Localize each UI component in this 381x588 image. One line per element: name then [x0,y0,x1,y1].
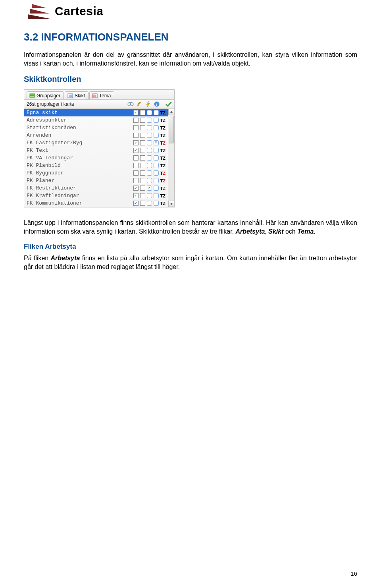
layer-list: Egna skiktTZAdresspunkterTZStatistikområ… [24,109,168,207]
layer-checkbox[interactable] [133,163,139,168]
layer-checkbox[interactable] [147,186,152,191]
layer-checkbox[interactable] [133,178,139,183]
layer-checkbox[interactable] [133,201,139,206]
layer-checkbox[interactable] [147,133,152,138]
scroll-thumb[interactable] [169,116,174,143]
layer-checkbox[interactable] [133,148,139,153]
layer-checkbox[interactable] [147,125,152,130]
layer-checkbox[interactable] [147,163,152,168]
layer-checkbox[interactable] [140,140,145,145]
layer-checkbox[interactable] [147,110,152,115]
svg-text:i: i [156,102,158,106]
layer-row[interactable]: FK Fastigheter/BygTZ [24,139,168,147]
layer-checkbox[interactable] [140,178,145,183]
layer-row[interactable]: PK ByggnaderTZ [24,169,168,177]
layer-checkbox[interactable] [147,140,152,145]
layer-row[interactable]: FK RestriktionerTZ [24,184,168,192]
subheading-skiktkontrollen: Skiktkontrollen [24,75,357,84]
layer-row[interactable]: FK KraftledningarTZ [24,192,168,199]
layer-row[interactable]: AdresspunkterTZ [24,116,168,124]
layer-row[interactable]: StatistikområdenTZ [24,124,168,132]
layer-checkbox[interactable] [147,118,152,123]
logo: Cartesia [24,0,357,19]
layer-checkbox[interactable] [147,170,152,176]
scroll-down-button[interactable] [168,201,174,207]
layer-checkbox[interactable] [154,201,159,206]
layer-row[interactable]: Egna skiktTZ [24,109,168,116]
svg-rect-16 [138,102,141,105]
layer-checkbox[interactable] [133,193,139,198]
layer-checkbox[interactable] [140,155,145,161]
tz-indicator: TZ [160,193,165,198]
layer-name: Egna skikt [27,110,132,116]
layer-checkbox[interactable] [140,186,145,191]
layer-checkbox[interactable] [154,133,159,138]
info-icon[interactable]: i [154,101,160,107]
layer-checkbox[interactable] [133,118,139,123]
pencil-icon[interactable] [136,101,142,107]
layer-checkbox[interactable] [140,133,145,138]
layer-checkbox[interactable] [154,178,159,183]
layer-checkbox[interactable] [140,148,145,153]
layer-row[interactable]: FK KommunikationerTZ [24,199,168,207]
layer-checkbox[interactable] [133,155,139,161]
layer-row[interactable]: FK TextTZ [24,147,168,154]
layer-checkbox[interactable] [147,155,152,161]
tab-tema[interactable]: Tema [89,91,114,99]
layer-row[interactable]: PK PlanerTZ [24,177,168,184]
checkmark-icon[interactable] [165,101,172,107]
layer-checkbox[interactable] [147,148,152,153]
layer-checkbox[interactable] [154,170,159,176]
layer-checkbox[interactable] [154,148,159,153]
tz-indicator: TZ [160,141,165,145]
layer-checkbox[interactable] [154,140,159,145]
skiktkontrollen-paragraph: Längst upp i informationspanelen finns s… [24,219,357,236]
tz-indicator: TZ [160,186,165,191]
subheading-fliken-arbetsyta: Fliken Arbetsyta [24,243,357,251]
scroll-up-button[interactable] [168,109,174,115]
layer-name: Arrenden [27,132,132,138]
layer-checkbox[interactable] [133,186,139,191]
layer-checkbox[interactable] [140,201,145,206]
layer-checkbox[interactable] [133,125,139,130]
tab-label: Grupplager [37,93,60,99]
layer-checkbox[interactable] [154,118,159,123]
tz-indicator: TZ [160,133,165,138]
list-red-icon [92,93,98,98]
layer-row[interactable]: PK PlanbildTZ [24,162,168,169]
layer-checkbox[interactable] [133,110,139,115]
layer-checkbox[interactable] [154,125,159,130]
section-heading: 3.2 INFORMATIONSPANELEN [24,31,357,43]
layer-checkbox[interactable] [147,193,152,198]
layer-checkbox[interactable] [140,193,145,198]
tab-skikt[interactable]: Skikt [65,91,89,99]
layer-checkbox[interactable] [154,193,159,198]
layer-checkbox[interactable] [154,186,159,191]
layer-row[interactable]: ArrendenTZ [24,132,168,139]
layer-name: PK Byggnader [27,170,132,176]
layer-checkbox[interactable] [140,125,145,130]
scrollbar[interactable] [168,109,174,207]
layer-checkbox[interactable] [147,201,152,206]
layer-checkbox[interactable] [147,178,152,183]
layer-checkbox[interactable] [133,133,139,138]
layer-count-text: 26st grupplager i karta [27,101,74,107]
tz-indicator: TZ [160,178,165,183]
layer-row[interactable]: PK VA-ledningarTZ [24,154,168,162]
layer-control-panel: Grupplager Skikt Tema 26st grupplager i … [24,89,175,207]
layer-checkbox[interactable] [133,140,139,145]
layer-checkbox[interactable] [140,170,145,176]
layer-checkbox[interactable] [133,170,139,176]
layer-checkbox[interactable] [154,110,159,115]
tab-grupplager[interactable]: Grupplager [27,91,64,99]
layer-checkbox[interactable] [140,118,145,123]
svg-marker-0 [32,4,46,8]
tz-indicator: TZ [160,110,165,115]
lightning-icon[interactable] [145,101,151,107]
layer-checkbox[interactable] [154,155,159,161]
layer-checkbox[interactable] [140,110,145,115]
layer-name: PK Planer [27,178,132,184]
eye-icon[interactable] [127,101,134,107]
layer-checkbox[interactable] [154,163,159,168]
layer-checkbox[interactable] [140,163,145,168]
